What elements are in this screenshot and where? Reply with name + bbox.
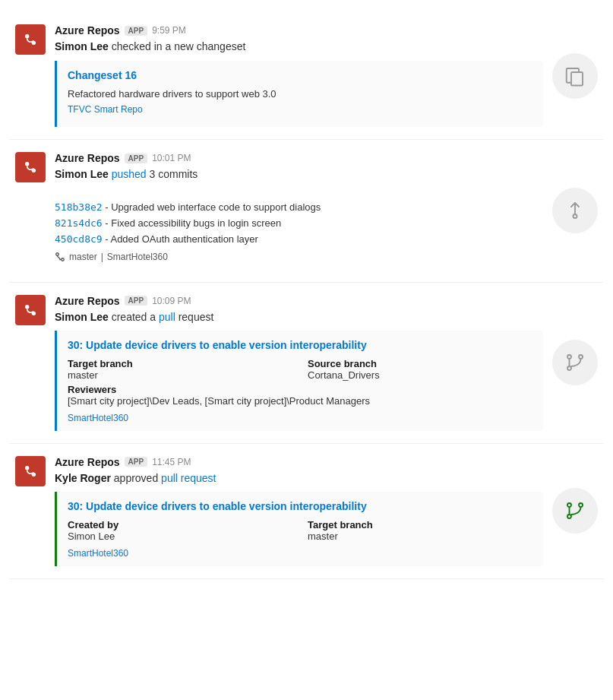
target-branch-section: Target branch master [68, 358, 292, 381]
card-title[interactable]: 30: Update device drivers to enable vers… [68, 499, 532, 515]
action-text: approved [114, 472, 158, 484]
separator: | [101, 252, 103, 262]
app-badge: APP [125, 296, 148, 306]
avatar [15, 152, 46, 182]
action-link-pull[interactable]: pull [159, 311, 175, 323]
message-block: Azure Repos APP 9:59 PM Simon Lee checke… [9, 12, 604, 140]
target-branch-label: Target branch [68, 358, 292, 369]
copy-icon [564, 65, 586, 87]
action-suffix: 3 commits [150, 168, 198, 180]
action-text: created a [112, 311, 156, 323]
card-title[interactable]: Changeset 16 [68, 68, 532, 84]
icon-circle-push [552, 188, 598, 233]
created-by-section: Created by Simon Lee [68, 519, 292, 542]
message-block: Azure Repos APP 10:09 PM Simon Lee creat… [9, 283, 604, 444]
app-badge: APP [125, 154, 148, 163]
branch-info: master | SmartHotel360 [55, 252, 532, 262]
pr-approved-icon [564, 499, 586, 522]
svg-point-0 [25, 34, 29, 38]
icon-circle-pr [552, 340, 598, 385]
repo-tag: SmartHotel360 [68, 413, 532, 423]
card-title[interactable]: 30: Update device drivers to enable vers… [68, 338, 532, 353]
svg-point-11 [567, 355, 571, 359]
card-description: Refactored hardware drivers to support w… [68, 87, 532, 101]
source-branch-value: Cortana_Drivers [308, 369, 532, 381]
svg-rect-2 [571, 72, 583, 86]
app-name: Azure Repos [55, 456, 120, 468]
activity-feed: Azure Repos APP 9:59 PM Simon Lee checke… [0, 0, 613, 591]
card-subtitle: TFVC Smart Repo [68, 104, 532, 115]
app-badge: APP [125, 457, 148, 467]
app-name: Azure Repos [55, 295, 120, 307]
repo-tag: SmartHotel360 [68, 548, 532, 559]
app-name: Azure Repos [55, 152, 120, 164]
branch-icon [55, 252, 65, 262]
timestamp: 9:59 PM [152, 25, 186, 36]
target-branch-value: master [68, 369, 292, 381]
pull-fields: Created by Simon Lee Target branch maste… [68, 519, 532, 542]
push-icon [564, 199, 586, 222]
reviewers-section: Reviewers [Smart city project]\Dev Leads… [68, 384, 532, 407]
action-link[interactable]: pushed [112, 168, 147, 180]
svg-point-19 [567, 515, 571, 518]
message-header: Azure Repos APP 10:09 PM [55, 295, 543, 307]
message-header: Azure Repos APP 11:45 PM [55, 456, 543, 468]
app-badge: APP [125, 26, 148, 36]
action-desc: checked in a new changeset [112, 40, 246, 52]
pr-icon [564, 351, 586, 374]
app-name: Azure Repos [55, 24, 120, 36]
commit-list: 518b38e2 - Upgraded web interface code t… [55, 201, 532, 247]
reviewers-label: Reviewers [68, 384, 532, 395]
commits-card: 518b38e2 - Upgraded web interface code t… [55, 188, 543, 270]
user-name: Simon Lee [55, 311, 109, 323]
reviewers-value: [Smart city project]\Dev Leads, [Smart c… [68, 395, 532, 407]
action-link-approve[interactable]: pull request [161, 472, 216, 484]
target-branch-value: master [308, 531, 532, 542]
avatar [15, 295, 46, 325]
message-text: Kyle Roger approved pull request [55, 471, 543, 486]
user-name: Simon Lee [55, 168, 109, 180]
commit-message: - Added OAuth authentication layer [105, 233, 258, 245]
icon-circle-pr-green [552, 488, 598, 534]
timestamp: 10:01 PM [152, 153, 191, 163]
commit-hash[interactable]: 821s4dc6 [55, 217, 103, 229]
svg-point-9 [25, 304, 29, 308]
commit-message: - Upgraded web interface code to support… [105, 201, 321, 213]
avatar [15, 24, 46, 55]
timestamp: 10:09 PM [152, 296, 191, 306]
pull-request-card: 30: Update device drivers to enable vers… [55, 331, 543, 431]
avatar [15, 456, 46, 486]
message-block: Azure Repos APP 11:45 PM Kyle Roger appr… [9, 444, 604, 579]
svg-point-5 [56, 252, 59, 255]
svg-point-15 [25, 466, 29, 470]
source-branch-section: Source branch Cortana_Drivers [308, 358, 532, 381]
created-by-value: Simon Lee [68, 531, 292, 542]
created-by-label: Created by [68, 519, 292, 531]
svg-point-17 [567, 503, 571, 507]
repo-name: SmartHotel360 [107, 252, 168, 262]
commit-item: 450cd8c9 - Added OAuth authentication la… [55, 233, 532, 246]
commit-item: 518b38e2 - Upgraded web interface code t… [55, 201, 532, 214]
message-content: Azure Repos APP 10:09 PM Simon Lee creat… [55, 295, 543, 431]
message-block: Azure Repos APP 10:01 PM Simon Lee pushe… [9, 140, 604, 282]
branch-name: master [69, 252, 97, 262]
svg-point-6 [62, 258, 65, 261]
message-content: Azure Repos APP 9:59 PM Simon Lee checke… [55, 24, 543, 127]
message-content: Azure Repos APP 10:01 PM Simon Lee pushe… [55, 152, 543, 269]
source-branch-label: Source branch [308, 358, 532, 369]
commit-hash[interactable]: 518b38e2 [55, 201, 103, 213]
approved-pr-card: 30: Update device drivers to enable vers… [55, 492, 543, 566]
target-branch-section: Target branch master [308, 519, 532, 542]
target-branch-label: Target branch [308, 519, 532, 531]
action-suffix: request [179, 311, 214, 323]
svg-point-3 [25, 162, 29, 166]
timestamp: 11:45 PM [152, 457, 191, 467]
message-text: Simon Lee created a pull request [55, 310, 543, 325]
message-header: Azure Repos APP 10:01 PM [55, 152, 543, 164]
commit-item: 821s4dc6 - Fixed accessibility bugs in l… [55, 217, 532, 230]
svg-point-13 [567, 366, 571, 370]
message-text: Simon Lee pushed 3 commits [55, 167, 543, 182]
commit-hash[interactable]: 450cd8c9 [55, 233, 103, 245]
message-header: Azure Repos APP 9:59 PM [55, 24, 543, 36]
message-text: Simon Lee checked in a new changeset [55, 40, 543, 55]
